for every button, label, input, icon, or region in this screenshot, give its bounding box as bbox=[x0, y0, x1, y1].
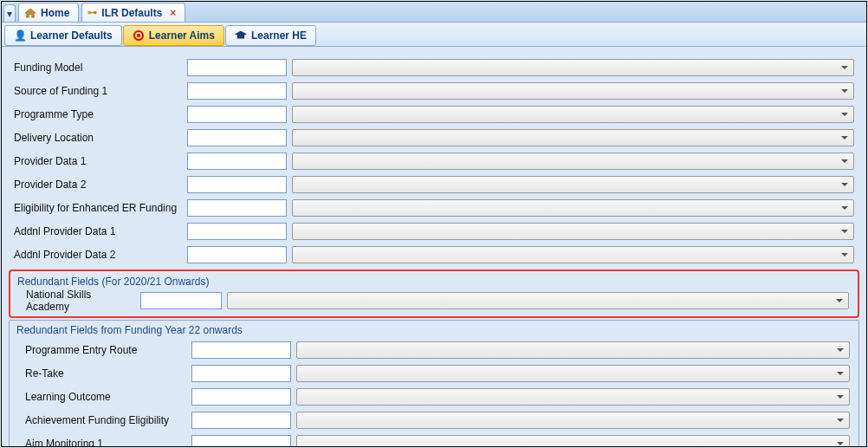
label-addnl-provider-data-1: Addnl Provider Data 1 bbox=[9, 225, 182, 237]
home-icon bbox=[24, 8, 36, 18]
combo-national-skills-academy[interactable] bbox=[227, 292, 849, 309]
input-programme-entry-route[interactable] bbox=[191, 341, 291, 359]
close-icon[interactable]: × bbox=[170, 7, 176, 19]
input-programme-type[interactable] bbox=[187, 106, 287, 123]
combo-aim-monitoring-1[interactable] bbox=[296, 435, 850, 447]
combo-programme-type[interactable] bbox=[292, 106, 854, 123]
label-provider-data-2: Provider Data 2 bbox=[9, 179, 182, 191]
sub-tab-bar: 👤 Learner Defaults Learner Aims Learner … bbox=[2, 23, 866, 47]
subtab-learner-defaults-label: Learner Defaults bbox=[30, 29, 113, 42]
combo-eligibility-er[interactable] bbox=[292, 199, 854, 217]
input-provider-data-2[interactable] bbox=[187, 176, 287, 193]
input-funding-model[interactable] bbox=[187, 59, 287, 76]
label-national-skills-academy: National Skills Academy bbox=[14, 289, 135, 313]
combo-provider-data-2[interactable] bbox=[292, 176, 854, 193]
combo-delivery-location[interactable] bbox=[292, 129, 854, 146]
input-achievement-funding-eligibility[interactable] bbox=[191, 412, 291, 429]
combo-source-of-funding-1[interactable] bbox=[292, 82, 854, 100]
input-national-skills-academy[interactable] bbox=[140, 292, 222, 309]
tab-home-label: Home bbox=[41, 7, 69, 19]
svg-marker-0 bbox=[25, 8, 36, 16]
label-addnl-provider-data-2: Addnl Provider Data 2 bbox=[9, 249, 182, 261]
label-programme-entry-route: Programme Entry Route bbox=[13, 344, 186, 356]
legend-redundant-22: Redundant Fields from Funding Year 22 on… bbox=[13, 321, 855, 337]
label-re-take: Re-Take bbox=[13, 367, 186, 380]
tab-ilr-defaults[interactable]: ⊶ ILR Defaults × bbox=[81, 3, 185, 22]
combo-funding-model[interactable] bbox=[292, 59, 854, 76]
tab-dropdown-handle[interactable]: ▾ bbox=[3, 4, 16, 22]
tab-ilr-label: ILR Defaults bbox=[101, 7, 162, 19]
legend-redundant-2020: Redundant Fields (For 2020/21 Onwards) bbox=[14, 273, 854, 289]
person-icon: 👤 bbox=[14, 29, 26, 42]
combo-addnl-provider-data-2[interactable] bbox=[292, 246, 854, 263]
target-icon bbox=[133, 29, 145, 42]
subtab-learner-aims[interactable]: Learner Aims bbox=[123, 25, 224, 46]
input-addnl-provider-data-2[interactable] bbox=[187, 246, 287, 263]
key-icon: ⊶ bbox=[87, 7, 97, 18]
label-funding-model: Funding Model bbox=[9, 62, 182, 74]
combo-programme-entry-route[interactable] bbox=[296, 341, 850, 359]
window-tab-bar: ▾ Home ⊶ ILR Defaults × bbox=[2, 2, 866, 23]
label-aim-monitoring-1: Aim Monitoring 1 bbox=[13, 438, 186, 447]
label-programme-type: Programme Type bbox=[9, 108, 182, 120]
combo-learning-outcome[interactable] bbox=[296, 388, 850, 406]
label-eligibility-er: Eligibility for Enhanced ER Funding bbox=[9, 202, 182, 214]
label-delivery-location: Delivery Location bbox=[9, 132, 182, 144]
input-provider-data-1[interactable] bbox=[187, 153, 287, 170]
input-aim-monitoring-1[interactable] bbox=[191, 435, 291, 447]
app-window: ▾ Home ⊶ ILR Defaults × 👤 Learner Defaul… bbox=[1, 1, 867, 447]
combo-re-take[interactable] bbox=[296, 365, 850, 382]
input-delivery-location[interactable] bbox=[187, 129, 287, 146]
label-source-of-funding-1: Source of Funding 1 bbox=[9, 85, 182, 97]
group-redundant-2020: Redundant Fields (For 2020/21 Onwards) N… bbox=[9, 269, 859, 318]
label-provider-data-1: Provider Data 1 bbox=[9, 155, 182, 167]
input-learning-outcome[interactable] bbox=[191, 388, 291, 406]
subtab-learner-defaults[interactable]: 👤 Learner Defaults bbox=[4, 25, 122, 46]
subtab-learner-aims-label: Learner Aims bbox=[149, 29, 215, 42]
subtab-learner-he-label: Learner HE bbox=[251, 29, 307, 42]
combo-achievement-funding-eligibility[interactable] bbox=[296, 412, 850, 429]
label-learning-outcome: Learning Outcome bbox=[13, 391, 186, 403]
input-eligibility-er[interactable] bbox=[187, 199, 287, 217]
form-content: Funding Model Source of Funding 1 Progra… bbox=[2, 47, 866, 446]
group-redundant-22: Redundant Fields from Funding Year 22 on… bbox=[9, 320, 859, 446]
label-achievement-funding-eligibility: Achievement Funding Eligibility bbox=[13, 414, 186, 426]
input-addnl-provider-data-1[interactable] bbox=[187, 223, 287, 240]
subtab-learner-he[interactable]: Learner HE bbox=[225, 25, 316, 46]
input-source-of-funding-1[interactable] bbox=[187, 82, 287, 100]
combo-provider-data-1[interactable] bbox=[292, 153, 854, 170]
graduation-cap-icon bbox=[235, 29, 247, 42]
combo-addnl-provider-data-1[interactable] bbox=[292, 223, 854, 240]
input-re-take[interactable] bbox=[191, 365, 291, 382]
tab-home[interactable]: Home bbox=[18, 3, 79, 22]
